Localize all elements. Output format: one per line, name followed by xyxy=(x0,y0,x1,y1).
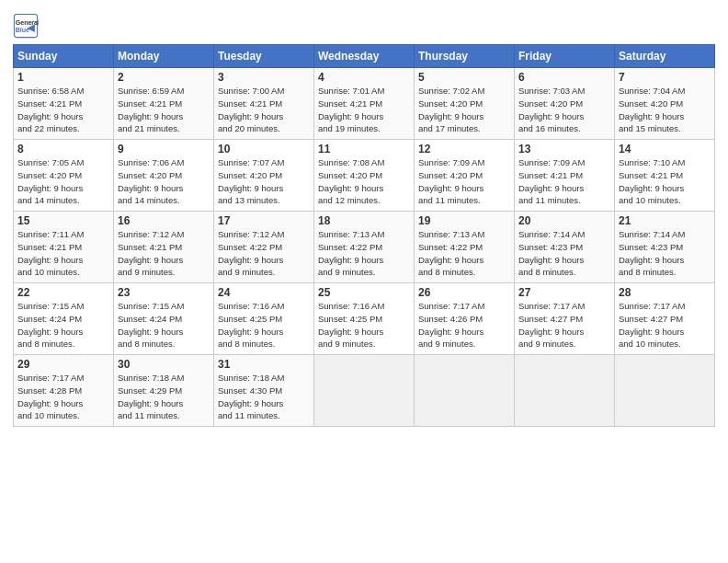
calendar-cell: 20Sunrise: 7:14 AM Sunset: 4:23 PM Dayli… xyxy=(515,212,615,283)
calendar-cell xyxy=(314,355,415,427)
calendar-cell: 25Sunrise: 7:16 AM Sunset: 4:25 PM Dayli… xyxy=(314,283,415,355)
day-number: 13 xyxy=(518,143,610,155)
day-number: 19 xyxy=(418,214,510,227)
day-of-week-header: Saturday xyxy=(615,45,715,68)
calendar-week-row: 1Sunrise: 6:58 AM Sunset: 4:21 PM Daylig… xyxy=(14,68,715,140)
day-number: 24 xyxy=(218,286,310,299)
calendar-cell: 3Sunrise: 7:00 AM Sunset: 4:21 PM Daylig… xyxy=(214,68,314,140)
day-number: 2 xyxy=(118,71,210,84)
day-of-week-header: Thursday xyxy=(415,45,515,68)
calendar-cell: 29Sunrise: 7:17 AM Sunset: 4:28 PM Dayli… xyxy=(14,355,114,427)
calendar-cell: 11Sunrise: 7:08 AM Sunset: 4:20 PM Dayli… xyxy=(314,140,415,212)
calendar-cell: 15Sunrise: 7:11 AM Sunset: 4:21 PM Dayli… xyxy=(14,212,114,283)
calendar-cell: 4Sunrise: 7:01 AM Sunset: 4:21 PM Daylig… xyxy=(314,68,415,140)
header: General Blue xyxy=(13,9,715,39)
day-info: Sunrise: 7:02 AM Sunset: 4:20 PM Dayligh… xyxy=(418,85,510,135)
day-info: Sunrise: 7:15 AM Sunset: 4:24 PM Dayligh… xyxy=(118,300,210,350)
day-number: 3 xyxy=(218,71,310,84)
day-number: 5 xyxy=(418,71,510,84)
calendar-cell: 1Sunrise: 6:58 AM Sunset: 4:21 PM Daylig… xyxy=(14,68,114,140)
day-info: Sunrise: 7:08 AM Sunset: 4:20 PM Dayligh… xyxy=(318,156,410,207)
svg-text:General: General xyxy=(16,19,39,26)
day-info: Sunrise: 7:17 AM Sunset: 4:27 PM Dayligh… xyxy=(518,300,610,350)
day-info: Sunrise: 7:09 AM Sunset: 4:21 PM Dayligh… xyxy=(518,156,610,207)
day-info: Sunrise: 7:18 AM Sunset: 4:30 PM Dayligh… xyxy=(218,372,310,422)
day-number: 30 xyxy=(118,358,210,371)
day-info: Sunrise: 7:13 AM Sunset: 4:22 PM Dayligh… xyxy=(418,228,510,279)
day-of-week-header: Tuesday xyxy=(214,45,314,68)
day-info: Sunrise: 7:04 AM Sunset: 4:20 PM Dayligh… xyxy=(619,85,711,135)
calendar-cell: 10Sunrise: 7:07 AM Sunset: 4:20 PM Dayli… xyxy=(214,140,314,212)
day-info: Sunrise: 7:17 AM Sunset: 4:26 PM Dayligh… xyxy=(418,300,510,350)
logo: General Blue xyxy=(13,13,42,39)
day-number: 20 xyxy=(518,214,610,227)
day-info: Sunrise: 7:17 AM Sunset: 4:27 PM Dayligh… xyxy=(619,300,711,350)
calendar-cell: 19Sunrise: 7:13 AM Sunset: 4:22 PM Dayli… xyxy=(415,212,515,283)
calendar-cell: 22Sunrise: 7:15 AM Sunset: 4:24 PM Dayli… xyxy=(14,283,114,355)
calendar-header-row: SundayMondayTuesdayWednesdayThursdayFrid… xyxy=(14,45,715,68)
calendar-cell: 27Sunrise: 7:17 AM Sunset: 4:27 PM Dayli… xyxy=(515,283,615,355)
day-number: 22 xyxy=(17,286,109,299)
day-info: Sunrise: 7:03 AM Sunset: 4:20 PM Dayligh… xyxy=(518,85,610,135)
day-number: 26 xyxy=(418,286,510,299)
day-info: Sunrise: 7:06 AM Sunset: 4:20 PM Dayligh… xyxy=(118,156,210,207)
calendar-cell: 6Sunrise: 7:03 AM Sunset: 4:20 PM Daylig… xyxy=(515,68,615,140)
day-info: Sunrise: 7:17 AM Sunset: 4:28 PM Dayligh… xyxy=(17,372,109,422)
day-number: 31 xyxy=(218,358,310,371)
calendar-cell: 8Sunrise: 7:05 AM Sunset: 4:20 PM Daylig… xyxy=(14,140,114,212)
calendar-cell: 7Sunrise: 7:04 AM Sunset: 4:20 PM Daylig… xyxy=(615,68,715,140)
day-number: 25 xyxy=(318,286,410,299)
day-number: 6 xyxy=(518,71,610,84)
day-number: 21 xyxy=(619,214,711,227)
page-container: General Blue SundayMondayTuesdayWednesda… xyxy=(0,0,728,432)
calendar-cell: 28Sunrise: 7:17 AM Sunset: 4:27 PM Dayli… xyxy=(615,283,715,355)
calendar-cell: 2Sunrise: 6:59 AM Sunset: 4:21 PM Daylig… xyxy=(114,68,214,140)
day-number: 27 xyxy=(518,286,610,299)
calendar-cell: 24Sunrise: 7:16 AM Sunset: 4:25 PM Dayli… xyxy=(214,283,314,355)
calendar-week-row: 15Sunrise: 7:11 AM Sunset: 4:21 PM Dayli… xyxy=(14,212,715,283)
day-of-week-header: Friday xyxy=(515,45,615,68)
day-info: Sunrise: 7:10 AM Sunset: 4:21 PM Dayligh… xyxy=(619,156,711,207)
day-number: 12 xyxy=(418,143,510,155)
calendar-cell: 31Sunrise: 7:18 AM Sunset: 4:30 PM Dayli… xyxy=(214,355,314,427)
day-info: Sunrise: 7:12 AM Sunset: 4:22 PM Dayligh… xyxy=(218,228,310,279)
calendar-week-row: 22Sunrise: 7:15 AM Sunset: 4:24 PM Dayli… xyxy=(14,283,715,355)
calendar-cell: 12Sunrise: 7:09 AM Sunset: 4:20 PM Dayli… xyxy=(415,140,515,212)
day-of-week-header: Sunday xyxy=(14,45,114,68)
calendar-week-row: 8Sunrise: 7:05 AM Sunset: 4:20 PM Daylig… xyxy=(14,140,715,212)
calendar-cell xyxy=(515,355,615,427)
day-info: Sunrise: 7:14 AM Sunset: 4:23 PM Dayligh… xyxy=(518,228,610,279)
day-number: 17 xyxy=(218,214,310,227)
day-info: Sunrise: 7:07 AM Sunset: 4:20 PM Dayligh… xyxy=(218,156,310,207)
calendar-cell: 17Sunrise: 7:12 AM Sunset: 4:22 PM Dayli… xyxy=(214,212,314,283)
day-info: Sunrise: 7:14 AM Sunset: 4:23 PM Dayligh… xyxy=(619,228,711,279)
day-number: 10 xyxy=(218,143,310,155)
day-number: 23 xyxy=(118,286,210,299)
day-info: Sunrise: 7:09 AM Sunset: 4:20 PM Dayligh… xyxy=(418,156,510,207)
day-number: 28 xyxy=(619,286,711,299)
day-info: Sunrise: 6:59 AM Sunset: 4:21 PM Dayligh… xyxy=(118,85,210,135)
calendar-cell: 21Sunrise: 7:14 AM Sunset: 4:23 PM Dayli… xyxy=(615,212,715,283)
day-number: 18 xyxy=(318,214,410,227)
calendar-week-row: 29Sunrise: 7:17 AM Sunset: 4:28 PM Dayli… xyxy=(14,355,715,427)
calendar-cell xyxy=(415,355,515,427)
day-info: Sunrise: 7:18 AM Sunset: 4:29 PM Dayligh… xyxy=(118,372,210,422)
day-number: 11 xyxy=(318,143,410,155)
calendar-cell: 9Sunrise: 7:06 AM Sunset: 4:20 PM Daylig… xyxy=(114,140,214,212)
day-of-week-header: Monday xyxy=(114,45,214,68)
calendar-cell: 5Sunrise: 7:02 AM Sunset: 4:20 PM Daylig… xyxy=(415,68,515,140)
day-info: Sunrise: 7:11 AM Sunset: 4:21 PM Dayligh… xyxy=(17,228,109,279)
calendar-cell: 23Sunrise: 7:15 AM Sunset: 4:24 PM Dayli… xyxy=(114,283,214,355)
day-info: Sunrise: 7:00 AM Sunset: 4:21 PM Dayligh… xyxy=(218,85,310,135)
day-info: Sunrise: 7:15 AM Sunset: 4:24 PM Dayligh… xyxy=(17,300,109,350)
day-number: 14 xyxy=(619,143,711,155)
day-info: Sunrise: 7:16 AM Sunset: 4:25 PM Dayligh… xyxy=(218,300,310,350)
calendar-cell xyxy=(615,355,715,427)
day-number: 8 xyxy=(17,143,109,155)
calendar-cell: 13Sunrise: 7:09 AM Sunset: 4:21 PM Dayli… xyxy=(515,140,615,212)
day-number: 1 xyxy=(17,71,109,84)
day-number: 16 xyxy=(118,214,210,227)
calendar-cell: 30Sunrise: 7:18 AM Sunset: 4:29 PM Dayli… xyxy=(114,355,214,427)
day-number: 9 xyxy=(118,143,210,155)
svg-text:Blue: Blue xyxy=(16,27,29,33)
